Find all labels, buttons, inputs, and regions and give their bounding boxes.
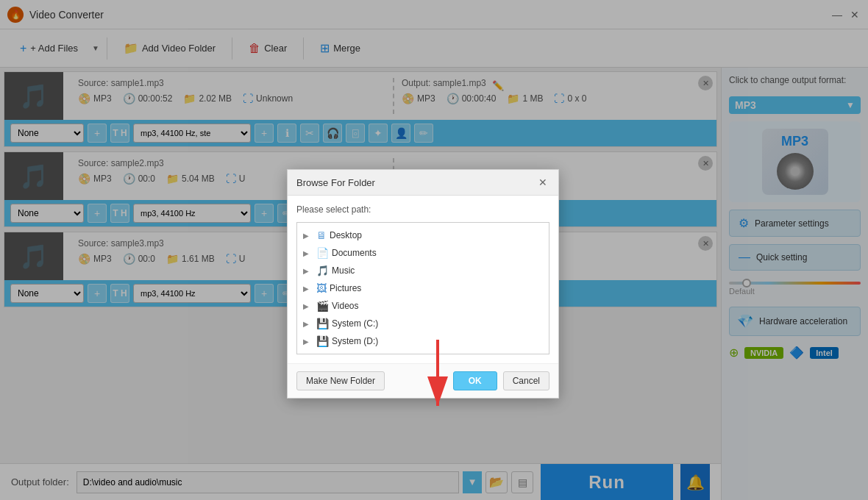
tree-label-system-c: System (C:) [332,318,378,329]
tree-item-desktop[interactable]: ▶ 🖥 Desktop [297,226,549,244]
tree-item-pictures[interactable]: ▶ 🖼 Pictures [297,279,549,297]
tree-arrow-system-d: ▶ [303,338,313,346]
pictures-icon: 🖼 [316,282,327,294]
tree-label-documents: Documents [332,248,377,258]
tree-item-libraries[interactable]: ▶ 📁 Libraries [297,350,549,354]
tree-label-system-d: System (D:) [332,336,378,346]
libraries-icon: 📁 [316,353,329,354]
tree-arrow-system-c: ▶ [303,320,313,328]
dialog-overlay: Browse For Folder ✕ Please select path: … [0,0,868,500]
system-c-icon: 💾 [316,318,329,329]
tree-item-documents[interactable]: ▶ 📄 Documents [297,244,549,262]
tree-arrow-desktop: ▶ [303,232,313,240]
tree-arrow-pictures: ▶ [303,285,313,293]
tree-item-music[interactable]: ▶ 🎵 Music [297,262,549,279]
dialog-instruction: Please select path: [296,204,549,215]
tree-arrow-music: ▶ [303,267,313,275]
tree-label-videos: Videos [332,301,358,311]
tree-item-videos[interactable]: ▶ 🎬 Videos [297,297,549,315]
dialog-title-bar: Browse For Folder ✕ [288,170,558,196]
system-d-icon: 💾 [316,335,329,347]
tree-item-system-c[interactable]: ▶ 💾 System (C:) [297,315,549,332]
browse-folder-dialog: Browse For Folder ✕ Please select path: … [287,169,559,399]
tree-label-pictures: Pictures [330,283,361,293]
tree-arrow-videos: ▶ [303,302,313,310]
tree-arrow-libraries: ▶ [305,354,313,354]
tree-item-system-d[interactable]: ▶ 💾 System (D:) [297,332,549,350]
dialog-close-button[interactable]: ✕ [536,176,549,189]
ok-button[interactable]: OK [453,371,497,390]
make-new-folder-button[interactable]: Make New Folder [296,371,385,390]
dialog-body: Please select path: ▶ 🖥 Desktop ▶ 📄 Docu… [288,196,558,363]
cancel-button[interactable]: Cancel [503,371,549,390]
dialog-footer: Make New Folder OK Cancel [288,363,558,398]
documents-icon: 📄 [316,247,329,259]
dialog-title: Browse For Folder [296,177,375,188]
folder-tree[interactable]: ▶ 🖥 Desktop ▶ 📄 Documents ▶ 🎵 Music ▶ 🖼 [296,222,549,354]
videos-icon: 🎬 [316,300,329,312]
tree-arrow-documents: ▶ [303,249,313,257]
music-icon: 🎵 [316,265,329,276]
tree-label-libraries: Libraries [332,354,366,354]
tree-label-music: Music [332,265,355,276]
desktop-icon: 🖥 [316,229,327,241]
tree-label-desktop: Desktop [330,230,362,240]
